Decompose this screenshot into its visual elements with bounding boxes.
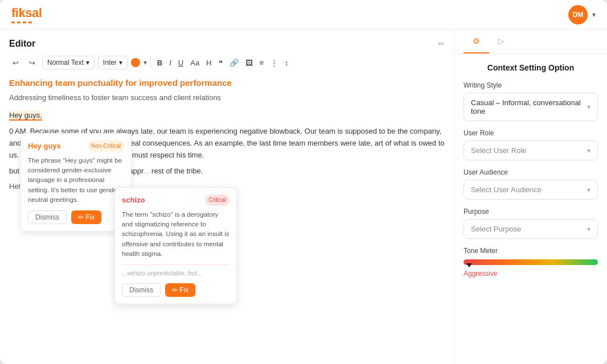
- dismiss-button-critical[interactable]: Dismiss: [122, 283, 161, 297]
- purpose-chevron-icon: ▾: [587, 225, 590, 233]
- toolbar: ↩ ↪ Normal Text ▾ Inter ▾ ▾ B I U Aa: [9, 56, 445, 69]
- fix-button-critical[interactable]: ✏ Fix: [165, 283, 195, 297]
- editor-header: Editor ✏: [9, 39, 445, 49]
- writing-style-label: Writing Style: [464, 81, 598, 89]
- purpose-placeholder: Select Purpose: [471, 225, 521, 233]
- send-icon: ▷: [498, 36, 505, 46]
- critical-word: schizo: [122, 195, 145, 206]
- list-ul-button[interactable]: ≡: [257, 57, 267, 69]
- doc-subtitle: Addressing timeliness to foster team suc…: [9, 92, 445, 104]
- editor-content[interactable]: Enhancing team punctuality for improved …: [9, 76, 445, 355]
- undo-button[interactable]: ↩: [9, 56, 22, 69]
- avatar[interactable]: DM: [568, 5, 588, 24]
- non-critical-badge: Non-Critical: [88, 140, 124, 152]
- user-audience-label: User Audience: [464, 168, 598, 176]
- critical-description: The term "schizo" is a derogatory and st…: [122, 210, 229, 259]
- tooltip-header: Hey guys Non-Critical: [28, 140, 124, 152]
- tab-send[interactable]: ▷: [489, 30, 514, 53]
- user-audience-placeholder: Select User Audience: [471, 185, 542, 194]
- user-role-select[interactable]: Select User Role ▾: [464, 140, 598, 160]
- logo-underline: [11, 22, 34, 23]
- purpose-select[interactable]: Select Purpose ▾: [464, 219, 598, 239]
- nav-chevron-icon[interactable]: ▾: [592, 11, 596, 19]
- editor-panel: Editor ✏ ↩ ↪ Normal Text ▾ Inter ▾ ▾: [0, 30, 454, 364]
- font-size-button[interactable]: Aa: [187, 57, 202, 69]
- toolbar-divider: [150, 57, 151, 68]
- user-role-placeholder: Select User Role: [471, 146, 527, 155]
- tooltip-description: The phrase "Hey guys" might be considere…: [28, 156, 124, 205]
- heading-button[interactable]: H: [203, 57, 214, 69]
- user-audience-chevron-icon: ▾: [587, 186, 590, 194]
- right-panel-content: Context Setting Option Writing Style Cas…: [454, 54, 607, 364]
- right-panel: ⚙ ▷ Context Setting Option Writing Style…: [454, 30, 607, 364]
- writing-style-select[interactable]: Casual – Informal, conversational tone ▾: [464, 93, 598, 121]
- style-select[interactable]: Normal Text ▾: [42, 56, 95, 69]
- writing-style-chevron-icon: ▾: [587, 103, 590, 111]
- app-window: fiksal DM ▾ Editor ✏ ↩ ↪ Normal Text ▾: [0, 0, 607, 364]
- image-button[interactable]: 🖼: [243, 57, 256, 69]
- preview-text: ...sehizo unpredictable, but...: [122, 264, 229, 279]
- quote-button[interactable]: ❝: [216, 57, 225, 69]
- dismiss-button-non-critical[interactable]: Dismiss: [28, 210, 67, 224]
- highlighted-hey-guys[interactable]: Hey guys,: [9, 111, 42, 121]
- fix-button-non-critical[interactable]: ✏ Fix: [71, 210, 101, 224]
- italic-button[interactable]: I: [166, 57, 174, 69]
- user-role-chevron-icon: ▾: [587, 147, 590, 155]
- tone-value-text: Aggressive: [464, 270, 598, 278]
- nav-right: DM ▾: [568, 5, 596, 24]
- critical-tooltip-actions: Dismiss ✏ Fix: [122, 283, 229, 297]
- user-role-label: User Role: [464, 129, 598, 137]
- editor-content-inner: Enhancing team punctuality for improved …: [9, 76, 445, 355]
- doc-title: Enhancing team punctuality for improved …: [9, 76, 445, 90]
- top-nav: fiksal DM ▾: [0, 0, 607, 30]
- redo-button[interactable]: ↪: [26, 56, 39, 69]
- tone-bar: [464, 259, 598, 265]
- logo: fiksal: [11, 6, 42, 23]
- tone-meter-label: Tone Meter: [464, 247, 598, 255]
- link-button[interactable]: 🔗: [227, 57, 241, 69]
- user-audience-select[interactable]: Select User Audience ▾: [464, 180, 598, 200]
- tooltip-actions: Dismiss ✏ Fix: [28, 210, 124, 224]
- critical-tooltip-header: schizo Critical: [122, 195, 229, 206]
- tooltip-critical: schizo Critical The term "schizo" is a d…: [114, 187, 237, 304]
- writing-style-value: Casual – Informal, conversational tone: [471, 98, 587, 115]
- main-area: Editor ✏ ↩ ↪ Normal Text ▾ Inter ▾ ▾: [0, 30, 607, 364]
- right-tabs: ⚙ ▷: [454, 30, 607, 54]
- purpose-label: Purpose: [464, 208, 598, 216]
- tab-context[interactable]: ⚙: [464, 30, 489, 53]
- bold-button[interactable]: B: [154, 57, 165, 69]
- critical-badge: Critical: [205, 195, 229, 206]
- color-picker[interactable]: [131, 58, 140, 67]
- greeting-line: Hey guys,: [9, 110, 445, 122]
- line-height-button[interactable]: ↕: [282, 57, 292, 69]
- context-icon: ⚙: [473, 36, 480, 46]
- format-buttons: B I U Aa H ❝ 🔗 🖼 ≡ ⋮ ↕: [154, 57, 292, 69]
- tooltip-word: Hey guys: [28, 140, 61, 152]
- underline-button[interactable]: U: [175, 57, 186, 69]
- editor-title: Editor: [9, 39, 35, 49]
- logo-text: fiksal: [11, 6, 42, 20]
- tone-indicator: [466, 263, 472, 267]
- panel-section-title: Context Setting Option: [464, 63, 598, 72]
- edit-icon[interactable]: ✏: [438, 39, 445, 48]
- list-ol-button[interactable]: ⋮: [268, 57, 281, 69]
- font-select[interactable]: Inter ▾: [98, 56, 128, 69]
